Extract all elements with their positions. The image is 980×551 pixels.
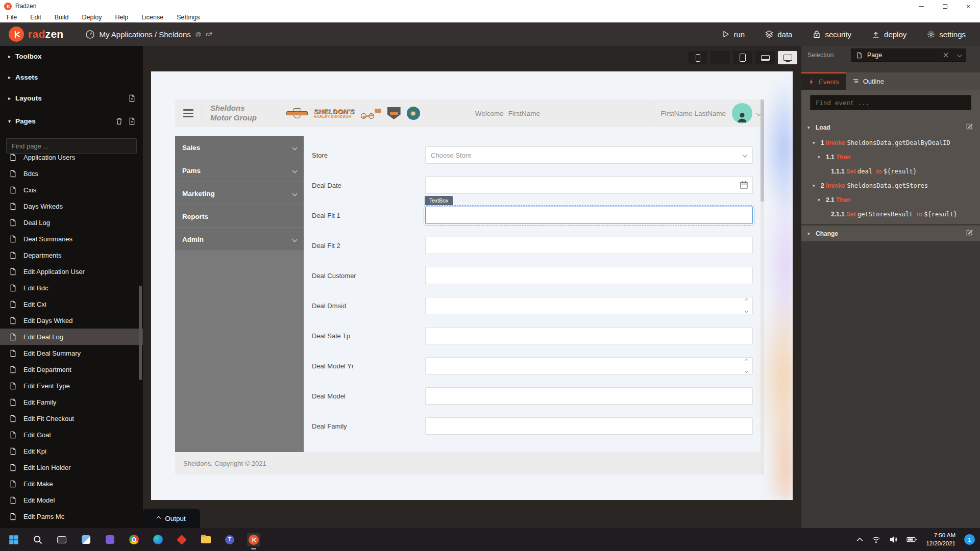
page-list-item[interactable]: Edit Days Wrked — [0, 312, 143, 329]
output-button[interactable]: Output — [143, 509, 200, 528]
close-button[interactable]: × — [957, 0, 980, 12]
form-field-deal-fit-1[interactable]: TextBox — [425, 207, 753, 224]
page-list-item[interactable]: Cxis — [0, 182, 143, 198]
topbar-settings-button[interactable]: settings — [927, 30, 966, 39]
taskbar-camera-icon[interactable] — [103, 533, 116, 546]
event-row[interactable]: ▾1 Invoke SheldonsData.getDealByDealID — [801, 136, 980, 150]
event-row[interactable]: ▾Load — [801, 119, 980, 136]
device-tablet-button[interactable] — [733, 51, 752, 64]
taskbar-start-icon[interactable] — [7, 533, 20, 546]
form-field-deal-sale-tp[interactable] — [425, 327, 753, 344]
taskbar-widgets-icon[interactable] — [79, 533, 92, 546]
caret-down-icon[interactable]: ▾ — [818, 197, 826, 203]
trash-icon[interactable] — [115, 117, 123, 125]
caret-down-icon[interactable]: ▾ — [807, 125, 816, 130]
tab-outline[interactable]: Outline — [846, 72, 891, 90]
new-page-icon[interactable] — [128, 117, 136, 125]
edit-event-icon[interactable] — [966, 229, 973, 236]
sidebar-scrollbar[interactable] — [139, 286, 142, 380]
breadcrumb[interactable]: My Applications / Sheldons — [100, 30, 191, 39]
nav-item-admin[interactable]: Admin — [175, 228, 304, 251]
page-list-item[interactable]: Edit Event Type — [0, 378, 143, 394]
topbar-deploy-button[interactable]: deploy — [872, 30, 906, 39]
sidebar-section-assets[interactable]: ▸Assets — [0, 67, 143, 88]
taskbar-folder-icon[interactable] — [199, 533, 212, 546]
selection-dropdown[interactable]: Page — [851, 48, 966, 62]
taskbar-radzen-icon[interactable] — [247, 533, 260, 546]
chevron-down-icon[interactable] — [958, 54, 961, 57]
menu-item-deploy[interactable]: Deploy — [82, 14, 102, 21]
page-list-item[interactable]: Deal Log — [0, 214, 143, 231]
event-row[interactable]: ▾1.1 Then — [801, 150, 980, 164]
menu-item-license[interactable]: License — [141, 14, 163, 21]
menu-item-file[interactable]: File — [7, 14, 17, 21]
caret-down-icon[interactable]: ▾ — [813, 183, 821, 188]
text-input[interactable] — [425, 387, 753, 405]
page-list-item[interactable]: Edit Make — [0, 475, 143, 492]
sidebar-section-layouts[interactable]: ▸Layouts — [0, 88, 143, 109]
wifi-icon[interactable] — [872, 535, 880, 544]
caret-down-icon[interactable]: ▾ — [807, 231, 816, 236]
page-list-item[interactable]: Edit Pams Mc — [0, 508, 143, 524]
user-menu[interactable]: FirstName LastName — [651, 103, 761, 123]
tab-events[interactable]: Events — [801, 72, 846, 90]
device-laptop-button[interactable] — [755, 51, 775, 64]
minimize-button[interactable] — [910, 0, 933, 12]
battery-icon[interactable] — [906, 536, 917, 543]
topbar-security-button[interactable]: security — [813, 30, 851, 39]
page-list-item[interactable]: Application Users — [0, 149, 143, 165]
text-input[interactable] — [425, 207, 753, 224]
form-field-deal-customer[interactable] — [425, 267, 753, 284]
text-input[interactable] — [425, 267, 753, 284]
taskbar-edge-icon[interactable] — [151, 533, 164, 546]
form-field-deal-date[interactable] — [425, 177, 753, 194]
text-input[interactable] — [425, 417, 753, 435]
form-field-deal-fit-2[interactable] — [425, 237, 753, 254]
page-list-item[interactable]: Edit Kpi — [0, 443, 143, 459]
clock[interactable]: 7:50 AM 12/20/2021 — [926, 532, 955, 547]
device-desktop-button[interactable] — [778, 51, 797, 64]
caret-down-icon[interactable]: ▾ — [818, 155, 826, 160]
taskbar-teams-icon[interactable]: T — [223, 533, 236, 546]
sidebar-section-toolbox[interactable]: ▸Toolbox — [0, 46, 143, 67]
preview-scrollbar[interactable] — [761, 99, 764, 474]
menu-item-edit[interactable]: Edit — [30, 14, 41, 21]
taskbar-search-icon[interactable] — [31, 533, 44, 546]
nav-item-reports[interactable]: Reports — [175, 205, 304, 228]
edit-event-icon[interactable] — [966, 123, 973, 130]
page-list-item[interactable]: Edit Fit Checkout — [0, 410, 143, 427]
form-field-store[interactable]: Choose Store — [425, 146, 753, 164]
page-list-item[interactable]: Departments — [0, 247, 143, 263]
form-field-deal-dmsid[interactable] — [425, 297, 753, 314]
topbar-data-button[interactable]: data — [765, 30, 792, 39]
menu-item-settings[interactable]: Settings — [177, 14, 200, 21]
event-row[interactable]: ▾Change — [801, 224, 980, 240]
text-input[interactable] — [425, 237, 753, 254]
taskbar-task-view-icon[interactable] — [55, 533, 68, 546]
page-list-item[interactable]: Edit Deal Log — [0, 329, 143, 345]
menu-item-help[interactable]: Help — [115, 14, 128, 21]
hamburger-icon[interactable] — [183, 109, 193, 117]
page-list-item[interactable]: Edit Model — [0, 492, 143, 508]
topbar-run-button[interactable]: run — [722, 30, 745, 39]
device-phone-button[interactable] — [688, 51, 707, 64]
nav-item-marketing[interactable]: Marketing — [175, 182, 304, 205]
new-page-icon[interactable] — [128, 94, 136, 102]
find-event-input[interactable]: Find event ... — [810, 95, 971, 110]
page-list-item[interactable]: Edit Family — [0, 394, 143, 410]
page-list-item[interactable]: Edit Bdc — [0, 280, 143, 296]
page-list-item[interactable]: Edit Application User — [0, 263, 143, 280]
clear-selection-icon[interactable] — [943, 53, 948, 58]
text-input[interactable] — [425, 327, 753, 344]
menu-item-build[interactable]: Build — [55, 14, 69, 21]
notification-badge[interactable]: 1 — [964, 534, 975, 545]
nav-item-pams[interactable]: Pams — [175, 159, 304, 182]
event-row[interactable]: ▾2 Invoke SheldonsData.getStores — [801, 179, 980, 193]
page-list-item[interactable]: Edit Goal — [0, 427, 143, 443]
taskbar-chrome-icon[interactable] — [127, 533, 140, 546]
event-row[interactable]: 2.1.1 Set getStoresResult to ${result} — [801, 207, 980, 221]
text-input[interactable] — [425, 297, 753, 314]
page-list-item[interactable]: Deal Summaries — [0, 231, 143, 247]
page-list-item[interactable]: Edit Cxi — [0, 296, 143, 312]
page-list-item[interactable]: Days Wrkeds — [0, 198, 143, 214]
